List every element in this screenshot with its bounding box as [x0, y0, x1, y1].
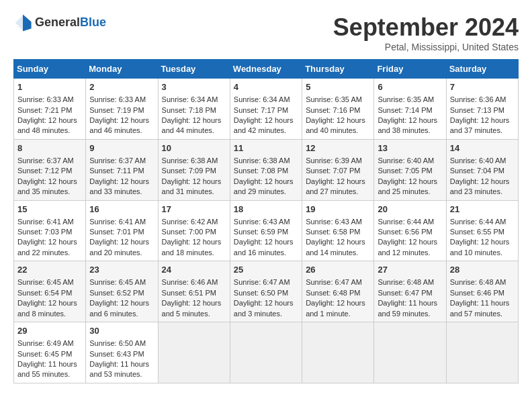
- daylight-line2: and 23 minutes.: [450, 187, 502, 195]
- logo-text: GeneralBlue: [35, 16, 106, 30]
- table-row: [374, 322, 446, 383]
- daylight-line1: Daylight: 12 hours: [378, 238, 437, 246]
- calendar-body: 1 Sunrise: 6:33 AM Sunset: 7:21 PM Dayli…: [14, 79, 519, 383]
- daylight-line2: and 12 minutes.: [378, 248, 430, 257]
- day-number: 12: [306, 142, 370, 154]
- sunset-line: Sunset: 7:08 PM: [234, 167, 288, 175]
- daylight-line1: Daylight: 12 hours: [162, 177, 222, 185]
- day-number: 14: [450, 142, 515, 154]
- day-number: 9: [89, 142, 154, 154]
- daylight-line1: Daylight: 11 hours: [17, 360, 77, 368]
- daylight-line2: and 22 minutes.: [17, 248, 70, 257]
- month-title: September 2024: [333, 13, 519, 42]
- daylight-line2: and 20 minutes.: [89, 248, 142, 257]
- sunrise-line: Sunrise: 6:33 AM: [89, 95, 146, 103]
- table-row: 29 Sunrise: 6:49 AM Sunset: 6:45 PM Dayl…: [14, 322, 86, 383]
- table-row: 12 Sunrise: 6:39 AM Sunset: 7:07 PM Dayl…: [302, 139, 374, 200]
- day-number: 17: [162, 203, 226, 216]
- daylight-line1: Daylight: 12 hours: [306, 116, 365, 124]
- day-number: 28: [450, 264, 515, 276]
- sunset-line: Sunset: 6:58 PM: [306, 228, 360, 236]
- sunrise-line: Sunrise: 6:48 AM: [450, 278, 506, 286]
- sunrise-line: Sunrise: 6:34 AM: [234, 95, 290, 103]
- sunrise-line: Sunrise: 6:36 AM: [450, 95, 506, 103]
- location-subtitle: Petal, Mississippi, United States: [333, 42, 519, 52]
- header-saturday: Saturday: [446, 60, 518, 79]
- day-number: 22: [17, 264, 82, 276]
- table-row: 11 Sunrise: 6:38 AM Sunset: 7:08 PM Dayl…: [230, 139, 302, 200]
- sunrise-line: Sunrise: 6:46 AM: [162, 278, 218, 286]
- sunrise-line: Sunrise: 6:39 AM: [306, 156, 362, 165]
- table-row: 15 Sunrise: 6:41 AM Sunset: 7:03 PM Dayl…: [14, 200, 86, 261]
- daylight-line1: Daylight: 11 hours: [378, 299, 437, 307]
- sunset-line: Sunset: 6:46 PM: [450, 289, 504, 297]
- sunrise-line: Sunrise: 6:47 AM: [234, 278, 290, 286]
- daylight-line2: and 29 minutes.: [234, 187, 286, 195]
- sunset-line: Sunset: 7:07 PM: [306, 167, 360, 175]
- calendar-table: Sunday Monday Tuesday Wednesday Thursday…: [13, 59, 519, 383]
- header-tuesday: Tuesday: [158, 60, 230, 79]
- table-row: 9 Sunrise: 6:37 AM Sunset: 7:11 PM Dayli…: [86, 139, 158, 200]
- daylight-line2: and 57 minutes.: [450, 310, 502, 318]
- sunrise-line: Sunrise: 6:41 AM: [17, 218, 74, 226]
- daylight-line1: Daylight: 12 hours: [17, 116, 77, 124]
- daylight-line1: Daylight: 11 hours: [89, 360, 149, 368]
- table-row: 10 Sunrise: 6:38 AM Sunset: 7:09 PM Dayl…: [158, 139, 230, 200]
- daylight-line2: and 10 minutes.: [450, 248, 502, 257]
- table-row: 16 Sunrise: 6:41 AM Sunset: 7:01 PM Dayl…: [86, 200, 158, 261]
- daylight-line1: Daylight: 12 hours: [450, 177, 510, 185]
- sunrise-line: Sunrise: 6:38 AM: [234, 156, 290, 165]
- daylight-line2: and 16 minutes.: [234, 248, 286, 257]
- table-row: 7 Sunrise: 6:36 AM Sunset: 7:13 PM Dayli…: [446, 79, 518, 140]
- sunrise-line: Sunrise: 6:43 AM: [306, 218, 362, 226]
- title-area: September 2024 Petal, Mississippi, Unite…: [333, 13, 519, 52]
- table-row: 3 Sunrise: 6:34 AM Sunset: 7:18 PM Dayli…: [158, 79, 230, 140]
- sunset-line: Sunset: 7:13 PM: [450, 106, 504, 114]
- table-row: [158, 322, 230, 383]
- daylight-line1: Daylight: 12 hours: [162, 299, 222, 307]
- day-number: 8: [17, 142, 82, 154]
- daylight-line1: Daylight: 12 hours: [162, 238, 222, 246]
- daylight-line2: and 14 minutes.: [306, 248, 358, 257]
- daylight-line2: and 38 minutes.: [378, 126, 430, 134]
- daylight-line2: and 37 minutes.: [450, 126, 502, 134]
- sunset-line: Sunset: 6:48 PM: [306, 289, 360, 297]
- daylight-line1: Daylight: 12 hours: [89, 177, 149, 185]
- daylight-line1: Daylight: 12 hours: [17, 238, 77, 246]
- header-sunday: Sunday: [14, 60, 86, 79]
- daylight-line1: Daylight: 12 hours: [17, 299, 77, 307]
- daylight-line2: and 59 minutes.: [378, 310, 430, 318]
- day-number: 30: [89, 325, 154, 337]
- table-row: 18 Sunrise: 6:43 AM Sunset: 6:59 PM Dayl…: [230, 200, 302, 261]
- day-number: 18: [234, 203, 298, 216]
- daylight-line2: and 8 minutes.: [17, 310, 66, 318]
- header: GeneralBlue September 2024 Petal, Missis…: [13, 13, 519, 52]
- sunrise-line: Sunrise: 6:37 AM: [17, 156, 74, 165]
- sunset-line: Sunset: 6:45 PM: [17, 350, 72, 358]
- table-row: 25 Sunrise: 6:47 AM Sunset: 6:50 PM Dayl…: [230, 261, 302, 322]
- table-row: 21 Sunrise: 6:44 AM Sunset: 6:55 PM Dayl…: [446, 200, 518, 261]
- sunset-line: Sunset: 7:12 PM: [17, 167, 72, 175]
- sunset-line: Sunset: 6:50 PM: [234, 289, 288, 297]
- table-row: 30 Sunrise: 6:50 AM Sunset: 6:43 PM Dayl…: [86, 322, 158, 383]
- table-row: 13 Sunrise: 6:40 AM Sunset: 7:05 PM Dayl…: [374, 139, 446, 200]
- daylight-line2: and 1 minute.: [306, 310, 351, 318]
- daylight-line2: and 44 minutes.: [162, 126, 214, 134]
- sunrise-line: Sunrise: 6:47 AM: [306, 278, 362, 286]
- sunset-line: Sunset: 7:00 PM: [162, 228, 216, 236]
- table-row: 8 Sunrise: 6:37 AM Sunset: 7:12 PM Dayli…: [14, 139, 86, 200]
- daylight-line1: Daylight: 12 hours: [378, 116, 437, 124]
- daylight-line1: Daylight: 12 hours: [89, 116, 149, 124]
- day-number: 5: [306, 81, 370, 93]
- sunset-line: Sunset: 6:59 PM: [234, 228, 288, 236]
- daylight-line2: and 53 minutes.: [89, 370, 142, 378]
- day-number: 6: [378, 81, 442, 93]
- sunset-line: Sunset: 7:11 PM: [89, 167, 144, 175]
- sunset-line: Sunset: 6:56 PM: [378, 228, 432, 236]
- sunrise-line: Sunrise: 6:35 AM: [306, 95, 362, 103]
- table-row: 6 Sunrise: 6:35 AM Sunset: 7:14 PM Dayli…: [374, 79, 446, 140]
- day-number: 4: [234, 81, 298, 93]
- sunset-line: Sunset: 6:51 PM: [162, 289, 216, 297]
- daylight-line1: Daylight: 12 hours: [450, 116, 510, 124]
- sunrise-line: Sunrise: 6:34 AM: [162, 95, 218, 103]
